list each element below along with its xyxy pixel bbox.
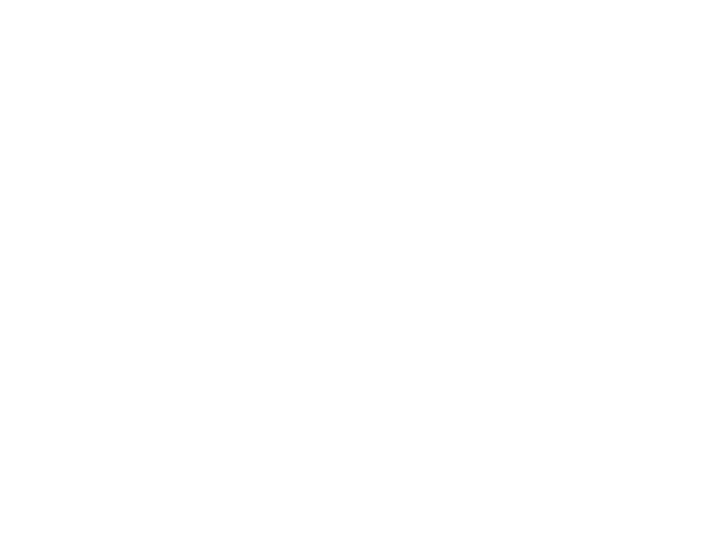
edges-layer [0, 0, 728, 560]
diagram-stage [0, 0, 728, 560]
